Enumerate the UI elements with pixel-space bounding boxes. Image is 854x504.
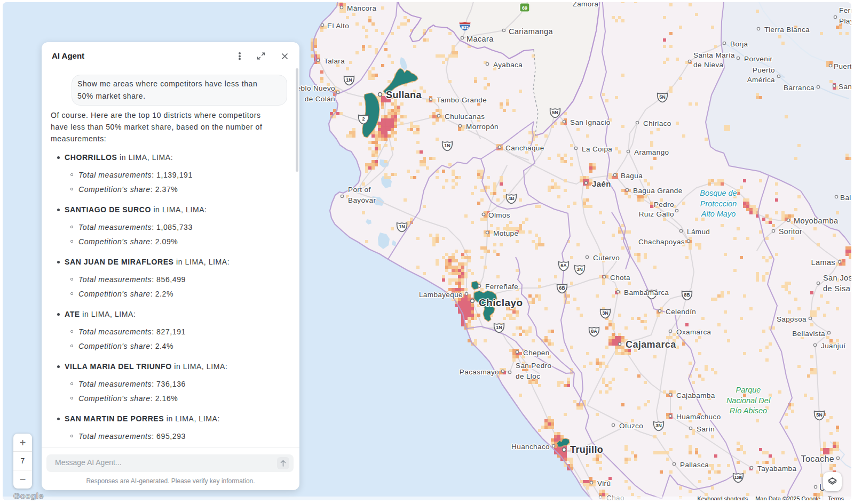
svg-text:Chota: Chota — [610, 274, 630, 282]
svg-text:12B: 12B — [734, 475, 742, 480]
svg-text:E35: E35 — [461, 25, 468, 30]
svg-text:Borja: Borja — [730, 40, 748, 48]
svg-text:Tocache: Tocache — [801, 454, 834, 463]
svg-text:Celendín: Celendín — [666, 308, 696, 316]
svg-text:Bambamarca: Bambamarca — [624, 289, 669, 297]
svg-text:1N: 1N — [399, 224, 405, 229]
svg-text:Pacasmayo: Pacasmayo — [460, 368, 499, 376]
svg-text:3N: 3N — [655, 423, 662, 428]
svg-text:Porvenir: Porvenir — [744, 55, 773, 63]
svg-text:San Pedro: San Pedro — [516, 362, 551, 370]
svg-text:Cajabamba: Cajabamba — [676, 391, 715, 399]
svg-text:Pallasca: Pallasca — [680, 461, 709, 469]
svg-text:3N: 3N — [576, 267, 583, 272]
svg-text:Lamas: Lamas — [811, 258, 835, 267]
svg-text:69: 69 — [522, 5, 527, 11]
svg-text:5N: 5N — [552, 110, 558, 115]
svg-text:Bayóvar: Bayóvar — [348, 196, 376, 204]
svg-text:1N: 1N — [444, 143, 450, 148]
svg-text:Play: Play — [839, 17, 851, 25]
svg-text:Puerto: Puerto — [753, 66, 775, 74]
svg-text:Ayabaca: Ayabaca — [493, 61, 523, 69]
svg-text:AI Agent: AI Agent — [52, 51, 84, 60]
svg-text:Moyobamba: Moyobamba — [794, 217, 839, 225]
svg-text:Parque: Parque — [736, 386, 761, 394]
svg-text:Huamachuco: Huamachuco — [676, 413, 721, 421]
svg-text:Bagua: Bagua — [621, 172, 643, 180]
svg-text:1N: 1N — [496, 325, 502, 330]
svg-text:Lámud: Lámud — [687, 228, 710, 236]
svg-text:Nacional Del: Nacional Del — [726, 396, 771, 405]
svg-text:Bagua Grande: Bagua Grande — [633, 187, 683, 195]
svg-text:Sullana: Sullana — [386, 90, 422, 100]
svg-text:Macara: Macara — [466, 35, 494, 43]
svg-text:Máncora: Máncora — [347, 4, 376, 12]
svg-text:San Ignacio: San Ignacio — [570, 118, 611, 126]
svg-text:Google: Google — [13, 491, 44, 500]
svg-text:Canchaque: Canchaque — [505, 144, 544, 152]
svg-text:5N: 5N — [816, 412, 823, 418]
svg-text:Barranca: Barranca — [784, 84, 815, 92]
svg-text:Cariamanga: Cariamanga — [509, 27, 553, 36]
svg-text:Huanchaco: Huanchaco — [511, 443, 550, 451]
svg-text:3N: 3N — [602, 310, 608, 316]
svg-text:Lambayeque: Lambayeque — [419, 291, 463, 299]
svg-text:Bellavista: Bellavista — [792, 330, 825, 338]
svg-text:8B: 8B — [684, 292, 690, 298]
svg-text:Saposoa: Saposoa — [777, 315, 806, 323]
svg-text:Bosque de: Bosque de — [700, 189, 737, 197]
svg-text:de Colán: de Colán — [305, 95, 335, 103]
svg-text:Puert: Puert — [834, 62, 851, 70]
svg-text:Cajamarca: Cajamarca — [626, 339, 676, 350]
svg-text:Soritor: Soritor — [779, 227, 802, 236]
svg-text:Chiriaco: Chiriaco — [643, 119, 671, 127]
svg-text:Motupe: Motupe — [493, 229, 518, 237]
svg-text:Río Abiseo: Río Abiseo — [730, 406, 767, 415]
svg-text:Ferr: Ferr — [839, 6, 851, 14]
svg-text:Morropón: Morropón — [466, 123, 499, 131]
svg-text:Santa María: Santa María — [693, 51, 735, 59]
svg-text:Talara: Talara — [324, 57, 345, 65]
svg-text:de Sisa: de Sisa — [823, 284, 851, 293]
svg-text:Tierra Blanca: Tierra Blanca — [764, 26, 810, 34]
svg-text:América: América — [747, 76, 775, 84]
svg-text:6B: 6B — [559, 285, 565, 291]
svg-text:de Lloc: de Lloc — [516, 372, 540, 380]
svg-text:5N: 5N — [659, 94, 666, 100]
svg-text:San: San — [839, 83, 851, 91]
svg-text:1N: 1N — [346, 77, 352, 83]
svg-text:Cutervo: Cutervo — [593, 254, 620, 262]
svg-text:Ruiz Gallo: Ruiz Gallo — [639, 210, 674, 218]
svg-text:Chulucanas: Chulucanas — [445, 113, 485, 121]
svg-text:Olmos: Olmos — [488, 211, 510, 219]
svg-text:Chepen: Chepen — [523, 349, 550, 357]
svg-text:La Coipa: La Coipa — [582, 145, 612, 153]
svg-text:Otuzco: Otuzco — [619, 422, 643, 430]
svg-text:de Nieva: de Nieva — [693, 61, 724, 69]
svg-text:Tambo Grande: Tambo Grande — [437, 96, 487, 104]
svg-text:Chiclayo: Chiclayo — [479, 297, 523, 308]
svg-text:Pedro: Pedro — [654, 201, 674, 209]
svg-text:8A: 8A — [591, 329, 597, 334]
svg-text:Trujillo: Trujillo — [570, 444, 603, 455]
svg-text:El Alto: El Alto — [327, 22, 349, 30]
svg-text:4B: 4B — [508, 196, 515, 201]
svg-text:Port of: Port of — [348, 186, 371, 194]
svg-text:San José: San José — [823, 274, 851, 282]
svg-text:Tayabamba: Tayabamba — [757, 465, 796, 473]
svg-text:Juanjuí: Juanjuí — [821, 342, 845, 350]
svg-text:Jaén: Jaén — [592, 179, 611, 188]
svg-text:Ferreñafe: Ferreñafe — [485, 283, 518, 291]
svg-text:Chachapoyas: Chachapoyas — [638, 238, 685, 246]
svg-text:Zamora: Zamora — [573, 2, 599, 8]
svg-text:Proteccion: Proteccion — [700, 199, 737, 208]
svg-text:Aramango: Aramango — [634, 148, 669, 156]
svg-text:Oxamarca: Oxamarca — [676, 328, 711, 336]
svg-text:Virú: Virú — [597, 479, 611, 487]
svg-text:Alto Mayo: Alto Mayo — [701, 210, 736, 218]
svg-text:2: 2 — [362, 116, 365, 122]
svg-text:Sarín: Sarín — [697, 425, 715, 433]
svg-text:6A: 6A — [560, 263, 567, 268]
svg-text:Bals: Bals — [840, 194, 851, 202]
